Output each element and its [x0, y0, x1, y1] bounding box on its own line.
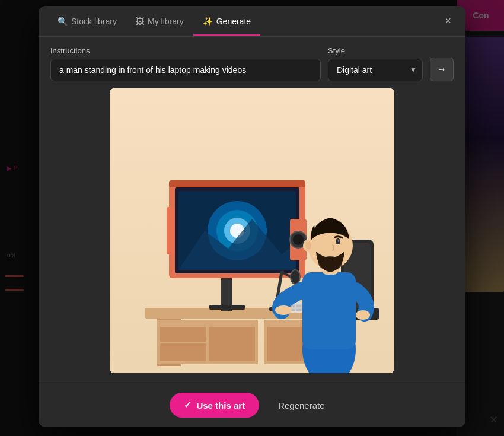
arrow-right-icon: →	[437, 64, 446, 75]
use-art-button[interactable]: ✓ Use this art	[170, 393, 259, 418]
svg-rect-8	[160, 343, 206, 361]
style-label: Style	[328, 46, 423, 55]
generated-image-svg	[110, 88, 394, 373]
svg-rect-40	[296, 309, 301, 311]
svg-point-48	[356, 310, 370, 320]
svg-point-25	[293, 234, 304, 245]
svg-rect-9	[209, 327, 255, 361]
svg-point-47	[275, 305, 292, 315]
tab-my-library-label: My library	[148, 17, 184, 26]
style-group: Style Digital art Photorealistic Waterco…	[328, 46, 423, 81]
svg-rect-22	[167, 207, 175, 254]
modal-overlay: 🔍 Stock library 🖼 My library ✨ Generate …	[0, 0, 504, 436]
svg-point-53	[338, 240, 340, 242]
form-area: Instructions Style Digital art Photoreal…	[39, 37, 465, 88]
tab-generate[interactable]: ✨ Generate	[193, 8, 260, 36]
svg-point-55	[305, 241, 311, 250]
svg-rect-14	[169, 180, 305, 187]
instructions-input[interactable]	[50, 59, 321, 81]
tab-my-library[interactable]: 🖼 My library	[126, 8, 193, 36]
style-select-wrapper: Digital art Photorealistic Watercolor Sk…	[328, 59, 423, 81]
modal-dialog: 🔍 Stock library 🖼 My library ✨ Generate …	[39, 6, 465, 427]
image-area	[39, 88, 465, 383]
svg-point-51	[318, 256, 342, 270]
svg-rect-12	[209, 305, 245, 310]
instructions-label: Instructions	[50, 46, 321, 55]
tab-generate-label: Generate	[216, 17, 251, 26]
checkmark-icon: ✓	[184, 400, 192, 410]
generated-image-container	[110, 88, 394, 373]
style-select[interactable]: Digital art Photorealistic Watercolor Sk…	[328, 59, 423, 81]
instructions-group: Instructions	[50, 46, 321, 81]
svg-point-28	[291, 270, 300, 284]
use-art-label: Use this art	[196, 400, 245, 410]
tab-stock-library-label: Stock library	[71, 17, 117, 26]
action-bar: ✓ Use this art Regenerate	[39, 383, 465, 427]
search-icon: 🔍	[58, 17, 68, 26]
tab-stock-library[interactable]: 🔍 Stock library	[48, 8, 126, 36]
sparkle-icon: ✨	[203, 17, 213, 26]
svg-rect-34	[296, 305, 301, 307]
svg-rect-46	[302, 272, 356, 349]
generate-arrow-button[interactable]: →	[430, 58, 454, 81]
modal-close-button[interactable]: ×	[440, 12, 456, 30]
svg-rect-7	[160, 327, 206, 342]
image-icon: 🖼	[136, 17, 144, 26]
tab-bar: 🔍 Stock library 🖼 My library ✨ Generate …	[39, 6, 465, 37]
regenerate-button[interactable]: Regenerate	[269, 393, 334, 418]
